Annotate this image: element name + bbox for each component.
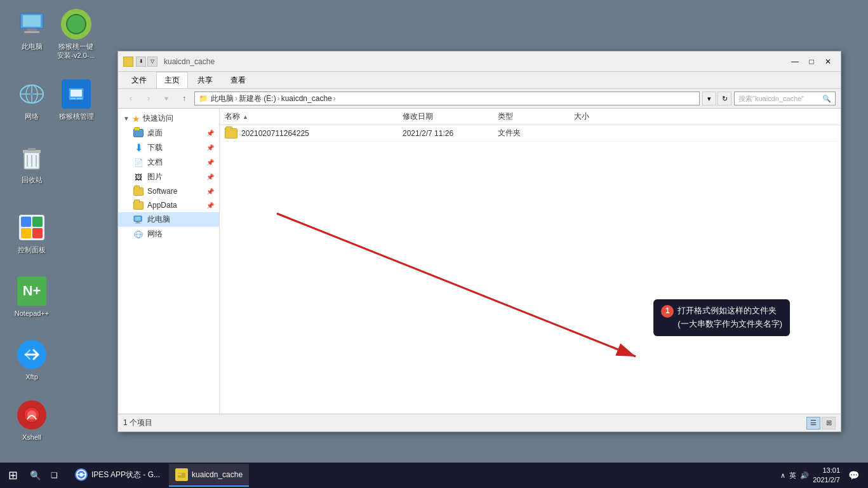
notepadpp-label: Notepad++	[15, 309, 49, 318]
sys-tray-expand[interactable]: ∧	[780, 471, 785, 480]
downloads-icon: ⬇	[133, 143, 144, 153]
software-folder-icon	[133, 186, 144, 196]
svg-rect-10	[70, 90, 82, 97]
taskbar-app-explorer[interactable]: kuaicdn_cache	[169, 464, 249, 487]
column-size-header[interactable]: 大小	[574, 111, 638, 122]
sidebar-item-network[interactable]: 网络	[118, 227, 219, 241]
up-button[interactable]: ↑	[177, 92, 192, 105]
desktop-icon-recycle[interactable]: 回收站	[6, 140, 57, 187]
tab-file[interactable]: 文件	[123, 72, 155, 88]
title-text: kuaicdn_cache	[164, 57, 215, 66]
thispc-label: 此电脑	[22, 42, 43, 51]
xftp-label: Xftp	[25, 372, 38, 381]
taskbar-clock[interactable]: 13:01 2021/2/7	[813, 466, 840, 485]
title-quick-icon-2[interactable]: ▽	[147, 57, 157, 67]
sidebar-item-software[interactable]: Software 📌	[118, 184, 219, 198]
search-box[interactable]: 搜索"kuaicdn_cache" 🔍	[734, 92, 836, 105]
controlpanel-label: 控制面板	[18, 245, 46, 254]
column-header: 名称 ▲ 修改日期 类型 大小	[220, 109, 841, 125]
column-type-header[interactable]: 类型	[498, 111, 574, 122]
tab-share[interactable]: 共享	[189, 72, 221, 88]
svg-rect-28	[136, 221, 139, 222]
software-pin-icon: 📌	[206, 188, 214, 195]
desktop-icon-xftp[interactable]: Xftp	[6, 337, 57, 384]
taskbar-app-ipes[interactable]: IPES APP状态 - G...	[69, 464, 166, 487]
desktop-icon-thispc[interactable]: 此电脑	[6, 6, 57, 53]
title-quick-icon-1[interactable]: ⬇	[136, 57, 146, 67]
sidebar-documents-label: 文档	[147, 157, 163, 168]
sidebar-appdata-label: AppData	[147, 201, 177, 210]
controlpanel-icon	[17, 212, 47, 243]
sidebar-network-label: 网络	[147, 229, 163, 240]
column-name-header[interactable]: 名称 ▲	[225, 111, 403, 122]
monkeymgr-icon	[61, 79, 91, 109]
column-date-header[interactable]: 修改日期	[403, 111, 498, 122]
sidebar-item-thispc[interactable]: 此电脑	[118, 212, 219, 227]
thispc-icon	[17, 9, 47, 39]
tab-view[interactable]: 查看	[222, 72, 254, 88]
search-icon: 🔍	[822, 95, 831, 103]
desktop-icon-monkey[interactable]: 猕猴桃一键 安装-v2.0-...	[51, 6, 102, 63]
search-placeholder: 搜索"kuaicdn_cache"	[738, 94, 804, 104]
desktop-icon-xshell[interactable]: Xshell	[6, 397, 57, 444]
close-button[interactable]: ✕	[820, 55, 836, 68]
maximize-button[interactable]: □	[804, 55, 819, 68]
sys-icon-volume[interactable]: 🔊	[800, 471, 809, 480]
notification-button[interactable]: 💬	[844, 463, 863, 488]
taskbar-taskview-button[interactable]: ❑	[44, 463, 63, 488]
sidebar-item-downloads[interactable]: ⬇ 下载 📌	[118, 140, 219, 155]
table-row[interactable]: 2021020711264225 2021/2/7 11:26 文件夹	[220, 125, 841, 142]
desktop-icon-notepadpp[interactable]: N+ Notepad++	[6, 273, 57, 320]
notepadpp-icon: N+	[17, 276, 47, 306]
desktop-icon-monkeymgr[interactable]: 猕猴桃管理	[51, 76, 102, 123]
svg-rect-15	[28, 148, 36, 151]
monkey-label: 猕猴桃一键 安装-v2.0-...	[57, 42, 95, 60]
large-view-btn[interactable]: ⊞	[822, 417, 836, 430]
sidebar-item-pictures[interactable]: 🖼 图片 📌	[118, 170, 219, 184]
explorer-app-icon	[175, 468, 188, 481]
xshell-label: Xshell	[22, 433, 41, 442]
title-bar-left: ⬇ ▽ kuaicdn_cache	[123, 57, 787, 67]
recent-button[interactable]: ▾	[159, 92, 174, 105]
details-view-btn[interactable]: ☰	[806, 417, 820, 430]
thispc-sidebar-icon	[133, 215, 144, 225]
minimize-button[interactable]: —	[787, 55, 803, 68]
desktop-pin-icon: 📌	[206, 130, 214, 137]
svg-rect-3	[24, 31, 39, 33]
recycle-icon	[17, 142, 47, 173]
svg-rect-29	[135, 222, 141, 223]
network-icon	[17, 79, 47, 109]
documents-pin-icon: 📌	[206, 159, 214, 166]
title-bar-controls: — □ ✕	[787, 55, 836, 68]
svg-rect-12	[77, 98, 82, 99]
sidebar-quick-access-header[interactable]: ▼ ★ 快速访问	[118, 111, 219, 126]
refresh-button[interactable]: ↻	[718, 92, 731, 105]
appdata-pin-icon: 📌	[206, 202, 214, 209]
address-path[interactable]: 📁 此电脑 › 新建卷 (E:) › kuaicdn_cache ›	[194, 92, 700, 105]
desktop-icon-network[interactable]: 网络	[6, 76, 57, 123]
file-date-cell: 2021/2/7 11:26	[403, 129, 498, 138]
sidebar-item-appdata[interactable]: AppData 📌	[118, 198, 219, 212]
tab-home[interactable]: 主页	[156, 72, 188, 88]
start-button[interactable]: ⊞	[0, 463, 25, 488]
path-sep-1: ›	[277, 94, 280, 103]
pictures-pin-icon: 📌	[206, 173, 214, 180]
taskbar-search-button[interactable]: 🔍	[25, 463, 44, 488]
expand-button[interactable]: ▾	[702, 92, 716, 105]
title-bar-quick-icons: ⬇ ▽	[136, 57, 157, 67]
forward-button[interactable]: ›	[141, 92, 156, 105]
desktop-icon-controlpanel[interactable]: 控制面板	[6, 210, 57, 257]
path-sep-2: ›	[333, 94, 336, 103]
quick-access-star: ★	[132, 114, 140, 124]
svg-rect-11	[70, 98, 76, 99]
path-sep-0: ›	[235, 94, 237, 103]
svg-rect-22	[21, 228, 31, 238]
svg-rect-2	[27, 29, 37, 31]
sidebar-item-documents[interactable]: 📄 文档 📌	[118, 155, 219, 170]
sidebar-item-desktop[interactable]: 桌面 📌	[118, 126, 219, 140]
pictures-icon: 🖼	[133, 172, 144, 182]
status-count: 1 个项目	[123, 417, 152, 428]
back-button[interactable]: ‹	[123, 92, 138, 105]
svg-point-8	[30, 93, 33, 95]
recycle-label: 回收站	[22, 175, 43, 184]
